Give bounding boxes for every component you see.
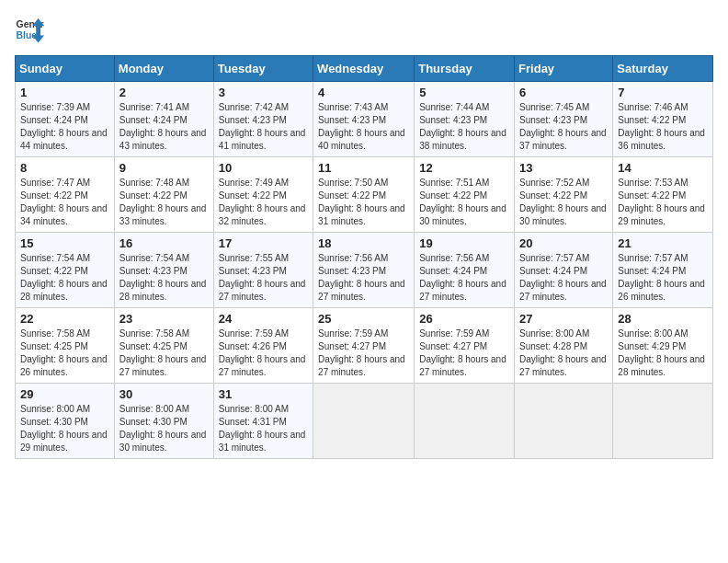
day-number: 17 [219, 236, 308, 250]
day-info: Sunrise: 8:00 AMSunset: 4:28 PMDaylight:… [519, 327, 608, 379]
calendar-day-cell [515, 384, 613, 459]
day-info: Sunrise: 7:57 AMSunset: 4:24 PMDaylight:… [618, 252, 708, 304]
day-info: Sunrise: 7:59 AMSunset: 4:27 PMDaylight:… [419, 327, 509, 379]
day-number: 11 [318, 161, 409, 175]
calendar-day-cell: 22 Sunrise: 7:58 AMSunset: 4:25 PMDaylig… [16, 308, 115, 384]
calendar-day-cell: 7 Sunrise: 7:46 AMSunset: 4:22 PMDayligh… [613, 82, 713, 157]
day-number: 5 [419, 86, 509, 99]
day-number: 21 [618, 236, 708, 250]
calendar-day-cell: 14 Sunrise: 7:53 AMSunset: 4:22 PMDaylig… [613, 157, 713, 233]
weekday-header-monday: Monday [114, 56, 213, 82]
day-info: Sunrise: 7:53 AMSunset: 4:22 PMDaylight:… [618, 177, 708, 228]
day-number: 20 [519, 236, 608, 250]
calendar-day-cell [415, 384, 515, 459]
day-number: 23 [119, 312, 209, 326]
day-info: Sunrise: 8:00 AMSunset: 4:31 PMDaylight:… [219, 403, 308, 454]
day-number: 16 [119, 236, 209, 250]
day-number: 8 [20, 161, 109, 175]
day-number: 3 [219, 86, 308, 99]
calendar-week-row: 22 Sunrise: 7:58 AMSunset: 4:25 PMDaylig… [16, 308, 713, 384]
calendar-day-cell: 3 Sunrise: 7:42 AMSunset: 4:23 PMDayligh… [213, 82, 313, 157]
day-info: Sunrise: 7:55 AMSunset: 4:23 PMDaylight:… [219, 252, 308, 304]
calendar-day-cell: 20 Sunrise: 7:57 AMSunset: 4:24 PMDaylig… [515, 233, 613, 308]
day-number: 13 [519, 161, 608, 175]
day-info: Sunrise: 7:51 AMSunset: 4:22 PMDaylight:… [419, 177, 509, 228]
day-info: Sunrise: 7:58 AMSunset: 4:25 PMDaylight:… [119, 327, 209, 379]
day-info: Sunrise: 7:43 AMSunset: 4:23 PMDaylight:… [318, 101, 409, 153]
calendar-day-cell: 23 Sunrise: 7:58 AMSunset: 4:25 PMDaylig… [114, 308, 213, 384]
calendar-day-cell: 17 Sunrise: 7:55 AMSunset: 4:23 PMDaylig… [213, 233, 313, 308]
day-number: 1 [20, 86, 109, 99]
day-info: Sunrise: 7:52 AMSunset: 4:22 PMDaylight:… [519, 177, 608, 228]
calendar-day-cell: 9 Sunrise: 7:48 AMSunset: 4:22 PMDayligh… [114, 157, 213, 233]
logo: General Blue [15, 15, 44, 44]
day-number: 28 [618, 312, 708, 326]
day-info: Sunrise: 7:58 AMSunset: 4:25 PMDaylight:… [20, 327, 109, 379]
day-number: 10 [219, 161, 308, 175]
day-info: Sunrise: 7:44 AMSunset: 4:23 PMDaylight:… [419, 101, 509, 153]
calendar-week-row: 8 Sunrise: 7:47 AMSunset: 4:22 PMDayligh… [16, 157, 713, 233]
calendar-day-cell: 18 Sunrise: 7:56 AMSunset: 4:23 PMDaylig… [313, 233, 415, 308]
day-info: Sunrise: 8:00 AMSunset: 4:30 PMDaylight:… [119, 403, 209, 454]
day-number: 27 [519, 312, 608, 326]
weekday-header-saturday: Saturday [613, 56, 713, 82]
day-number: 29 [20, 387, 109, 401]
day-number: 6 [519, 86, 608, 99]
day-info: Sunrise: 7:47 AMSunset: 4:22 PMDaylight:… [20, 177, 109, 228]
calendar-day-cell: 16 Sunrise: 7:54 AMSunset: 4:23 PMDaylig… [114, 233, 213, 308]
calendar-day-cell: 15 Sunrise: 7:54 AMSunset: 4:22 PMDaylig… [16, 233, 115, 308]
day-number: 30 [119, 387, 209, 401]
calendar-day-cell [313, 384, 415, 459]
day-number: 9 [119, 161, 209, 175]
day-number: 7 [618, 86, 708, 99]
calendar-day-cell: 8 Sunrise: 7:47 AMSunset: 4:22 PMDayligh… [16, 157, 115, 233]
day-info: Sunrise: 7:48 AMSunset: 4:22 PMDaylight:… [119, 177, 209, 228]
day-info: Sunrise: 7:56 AMSunset: 4:24 PMDaylight:… [419, 252, 509, 304]
calendar-day-cell: 27 Sunrise: 8:00 AMSunset: 4:28 PMDaylig… [515, 308, 613, 384]
day-info: Sunrise: 7:54 AMSunset: 4:23 PMDaylight:… [119, 252, 209, 304]
svg-text:Blue: Blue [17, 30, 38, 40]
calendar-week-row: 1 Sunrise: 7:39 AMSunset: 4:24 PMDayligh… [16, 82, 713, 157]
day-number: 14 [618, 161, 708, 175]
calendar-body: 1 Sunrise: 7:39 AMSunset: 4:24 PMDayligh… [16, 82, 713, 459]
calendar-day-cell: 25 Sunrise: 7:59 AMSunset: 4:27 PMDaylig… [313, 308, 415, 384]
calendar-day-cell: 6 Sunrise: 7:45 AMSunset: 4:23 PMDayligh… [515, 82, 613, 157]
calendar-day-cell: 4 Sunrise: 7:43 AMSunset: 4:23 PMDayligh… [313, 82, 415, 157]
day-number: 15 [20, 236, 109, 250]
page-header: General Blue [15, 15, 713, 44]
weekday-header-sunday: Sunday [16, 56, 115, 82]
calendar-day-cell: 26 Sunrise: 7:59 AMSunset: 4:27 PMDaylig… [415, 308, 515, 384]
day-info: Sunrise: 8:00 AMSunset: 4:29 PMDaylight:… [618, 327, 708, 379]
calendar-day-cell: 10 Sunrise: 7:49 AMSunset: 4:22 PMDaylig… [213, 157, 313, 233]
calendar-day-cell: 30 Sunrise: 8:00 AMSunset: 4:30 PMDaylig… [114, 384, 213, 459]
calendar-day-cell: 1 Sunrise: 7:39 AMSunset: 4:24 PMDayligh… [16, 82, 115, 157]
day-info: Sunrise: 7:41 AMSunset: 4:24 PMDaylight:… [119, 101, 209, 153]
calendar-day-cell: 13 Sunrise: 7:52 AMSunset: 4:22 PMDaylig… [515, 157, 613, 233]
day-number: 22 [20, 312, 109, 326]
calendar-day-cell: 28 Sunrise: 8:00 AMSunset: 4:29 PMDaylig… [613, 308, 713, 384]
calendar-day-cell: 2 Sunrise: 7:41 AMSunset: 4:24 PMDayligh… [114, 82, 213, 157]
calendar-week-row: 15 Sunrise: 7:54 AMSunset: 4:22 PMDaylig… [16, 233, 713, 308]
day-number: 31 [219, 387, 308, 401]
day-number: 26 [419, 312, 509, 326]
weekday-header-thursday: Thursday [415, 56, 515, 82]
weekday-header-tuesday: Tuesday [213, 56, 313, 82]
weekday-header-row: SundayMondayTuesdayWednesdayThursdayFrid… [16, 56, 713, 82]
day-number: 2 [119, 86, 209, 99]
day-number: 24 [219, 312, 308, 326]
weekday-header-friday: Friday [515, 56, 613, 82]
calendar-day-cell [613, 384, 713, 459]
calendar-day-cell: 31 Sunrise: 8:00 AMSunset: 4:31 PMDaylig… [213, 384, 313, 459]
day-number: 25 [318, 312, 409, 326]
calendar-header: SundayMondayTuesdayWednesdayThursdayFrid… [16, 56, 713, 82]
day-info: Sunrise: 7:59 AMSunset: 4:27 PMDaylight:… [318, 327, 409, 379]
day-info: Sunrise: 7:57 AMSunset: 4:24 PMDaylight:… [519, 252, 608, 304]
day-info: Sunrise: 7:59 AMSunset: 4:26 PMDaylight:… [219, 327, 308, 379]
day-info: Sunrise: 7:42 AMSunset: 4:23 PMDaylight:… [219, 101, 308, 153]
day-info: Sunrise: 7:54 AMSunset: 4:22 PMDaylight:… [20, 252, 109, 304]
day-info: Sunrise: 7:49 AMSunset: 4:22 PMDaylight:… [219, 177, 308, 228]
calendar-table: SundayMondayTuesdayWednesdayThursdayFrid… [15, 55, 713, 459]
day-info: Sunrise: 7:50 AMSunset: 4:22 PMDaylight:… [318, 177, 409, 228]
calendar-day-cell: 11 Sunrise: 7:50 AMSunset: 4:22 PMDaylig… [313, 157, 415, 233]
day-number: 19 [419, 236, 509, 250]
